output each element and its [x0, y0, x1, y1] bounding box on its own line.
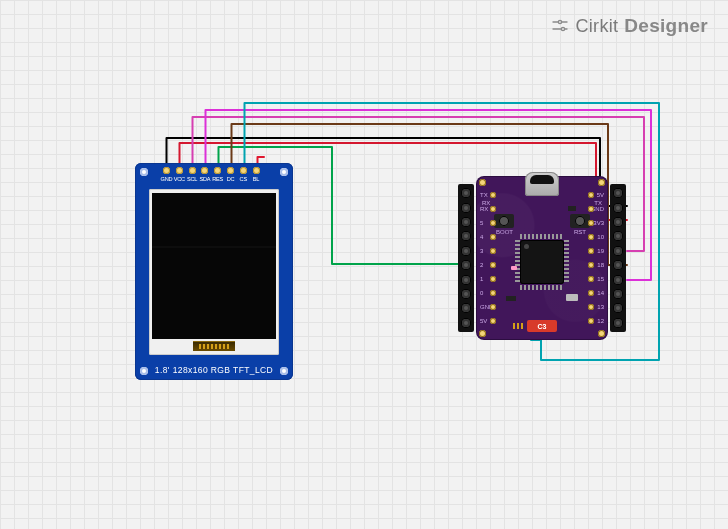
pin-label: 0: [480, 290, 483, 296]
solder-pad: [490, 262, 496, 268]
solder-pad: [163, 167, 170, 174]
solder-pad: [588, 318, 594, 324]
solder-pad: [588, 276, 594, 282]
pin-label: SDA: [199, 176, 210, 182]
usb-c-port: [525, 172, 559, 196]
tft-pin-header: GNDVCCSCLSDARESDCCSBL: [162, 167, 261, 182]
chip-leads: [564, 240, 569, 284]
header-pin[interactable]: [614, 319, 622, 327]
header-pin[interactable]: [614, 247, 622, 255]
tft-pin-cs[interactable]: CS: [239, 167, 248, 182]
tft-module[interactable]: GNDVCCSCLSDARESDCCSBL 1.8' 128x160 RGB T…: [135, 163, 293, 380]
tft-pin-sda[interactable]: SDA: [200, 167, 209, 182]
solder-pad: [588, 234, 594, 240]
pin-label: 18: [597, 262, 604, 268]
header-pin[interactable]: [614, 218, 622, 226]
mcu-header-left: [458, 184, 474, 332]
mcu-header-right: [610, 184, 626, 332]
header-pin[interactable]: [614, 232, 622, 240]
solder-pad: [490, 290, 496, 296]
tft-pin-res[interactable]: RES: [213, 167, 222, 182]
pin-label: 3: [480, 248, 483, 254]
header-pin[interactable]: [614, 204, 622, 212]
pin-label: 1: [480, 276, 483, 282]
header-pin[interactable]: [462, 276, 470, 284]
header-pin[interactable]: [462, 290, 470, 298]
pin-label: DC: [227, 176, 235, 182]
mcu-board[interactable]: BOOT RST RX TX C3 TXRX543210GND5V 5VGND3…: [458, 176, 626, 340]
pin-label: GND: [161, 176, 173, 182]
pin-label: 2: [480, 262, 483, 268]
pin-label: 5: [480, 220, 483, 226]
header-pin[interactable]: [462, 189, 470, 197]
tft-pin-bl[interactable]: BL: [252, 167, 261, 182]
solder-pad: [490, 318, 496, 324]
solder-pad: [240, 167, 247, 174]
tft-flex-cable: [193, 341, 235, 351]
solder-pad: [490, 220, 496, 226]
solder-pad: [490, 234, 496, 240]
solder-pad: [490, 206, 496, 212]
pin-label: SCL: [187, 176, 197, 182]
solder-pad: [588, 248, 594, 254]
solder-pad: [588, 206, 594, 212]
pin-label: 5V: [480, 318, 487, 324]
mount-hole: [280, 168, 288, 176]
solder-pad: [588, 220, 594, 226]
mount-hole: [479, 330, 486, 337]
pin-label: BL: [253, 176, 259, 182]
header-pin[interactable]: [462, 218, 470, 226]
header-pin[interactable]: [462, 204, 470, 212]
pin-label: RX: [480, 206, 488, 212]
reset-label: RST: [574, 229, 586, 235]
solder-pad: [490, 192, 496, 198]
pin-label: RES: [212, 176, 223, 182]
header-pin[interactable]: [614, 276, 622, 284]
solder-pad: [588, 262, 594, 268]
tft-pin-dc[interactable]: DC: [226, 167, 235, 182]
crystal-osc: [566, 294, 578, 301]
header-pin[interactable]: [462, 232, 470, 240]
boot-label: BOOT: [496, 229, 513, 235]
header-pin[interactable]: [462, 261, 470, 269]
pin-label: 10: [597, 234, 604, 240]
mcu-pinpads-right: [587, 188, 595, 328]
smd-component: [506, 296, 516, 301]
solder-pad: [588, 192, 594, 198]
header-pin[interactable]: [462, 304, 470, 312]
solder-pad: [253, 167, 260, 174]
tft-pin-vcc[interactable]: VCC: [175, 167, 184, 182]
solder-pad: [201, 167, 208, 174]
solder-pad: [227, 167, 234, 174]
tft-pin-gnd[interactable]: GND: [162, 167, 171, 182]
pin-label: CS: [240, 176, 247, 182]
tft-screen: [152, 193, 276, 339]
pin-label: 14: [597, 290, 604, 296]
design-canvas[interactable]: Cirkit Designer GNDVCCSCLSDARESDCCSBL 1.…: [0, 0, 728, 529]
header-pin[interactable]: [614, 261, 622, 269]
smd-component: [568, 206, 576, 211]
header-pin[interactable]: [462, 319, 470, 327]
solder-pad: [588, 304, 594, 310]
header-pin[interactable]: [462, 247, 470, 255]
tft-pin-scl[interactable]: SCL: [188, 167, 197, 182]
pin-label: 15: [597, 276, 604, 282]
chip-leads: [520, 285, 564, 290]
mount-hole: [140, 168, 148, 176]
header-pin[interactable]: [614, 290, 622, 298]
pin-label: 19: [597, 248, 604, 254]
boot-button[interactable]: [494, 214, 514, 228]
chip-tag: C3: [527, 320, 557, 332]
solder-pad: [189, 167, 196, 174]
header-pin[interactable]: [614, 304, 622, 312]
solder-pad: [490, 304, 496, 310]
header-pin[interactable]: [614, 189, 622, 197]
solder-pad: [214, 167, 221, 174]
pin-label: VCC: [174, 176, 185, 182]
solder-pad: [588, 290, 594, 296]
mcu-pcb: BOOT RST RX TX C3 TXRX543210GND5V 5VGND3…: [476, 176, 608, 340]
mcu-pinpads-left: [489, 188, 497, 328]
pin-label: 5V: [597, 192, 604, 198]
tft-label: 1.8' 128x160 RGB TFT_LCD: [135, 365, 293, 375]
solder-pad: [490, 248, 496, 254]
